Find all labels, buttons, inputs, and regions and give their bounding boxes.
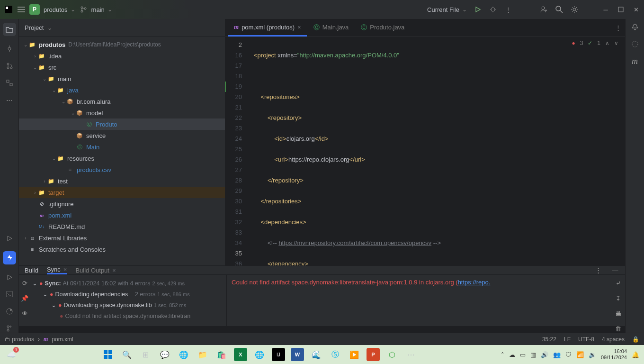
battery-icon[interactable]: ▭: [520, 351, 526, 358]
maven-tool-icon[interactable]: m: [631, 57, 639, 65]
teams-tray-icon[interactable]: 👥: [553, 351, 561, 358]
run-config-dropdown[interactable]: Current File: [427, 6, 467, 13]
branch-dropdown[interactable]: main: [91, 6, 112, 13]
search-taskbar-icon[interactable]: 🔍: [120, 348, 134, 361]
rerun-icon[interactable]: ⟳: [20, 279, 29, 287]
close-icon[interactable]: ×: [112, 267, 116, 274]
filter-icon[interactable]: 👁: [20, 309, 29, 318]
pull-requests-icon[interactable]: [5, 62, 14, 70]
tree-root[interactable]: produtos: [39, 41, 65, 48]
tree-scratches[interactable]: Scratches and Consoles: [39, 246, 106, 253]
notifications-icon[interactable]: [631, 23, 639, 31]
sync-tab[interactable]: Sync×: [47, 266, 67, 274]
onedrive-icon[interactable]: ☁: [509, 351, 515, 358]
tree-resources[interactable]: resources: [67, 155, 94, 162]
weather-widget[interactable]: ☁️1: [5, 348, 18, 361]
terminal-tool-icon[interactable]: [5, 290, 14, 299]
code-with-me-icon[interactable]: [540, 5, 548, 14]
minimize-button[interactable]: ─: [601, 5, 610, 14]
indent-setting[interactable]: 4 spaces: [602, 336, 625, 343]
chrome-icon[interactable]: 🌐: [253, 348, 266, 361]
project-dropdown[interactable]: produtos: [44, 6, 75, 13]
wifi-icon[interactable]: 📶: [576, 351, 584, 358]
line-separator[interactable]: LF: [564, 336, 571, 343]
build-output-tab[interactable]: Build Output×: [75, 266, 116, 274]
search-icon[interactable]: [555, 5, 564, 14]
tree-main[interactable]: main: [58, 75, 71, 82]
commit-tool-icon[interactable]: [5, 45, 14, 53]
more-tools-icon[interactable]: ⋯: [5, 96, 14, 104]
panel-options-icon[interactable]: ⋮: [594, 266, 602, 274]
powerpoint-icon[interactable]: P: [367, 348, 380, 361]
debug-icon[interactable]: [489, 5, 497, 14]
tree-pom[interactable]: pom.xml: [48, 212, 72, 219]
word-icon[interactable]: W: [291, 348, 304, 361]
task-view-icon[interactable]: ⊞: [139, 348, 152, 361]
ai-assistant-icon[interactable]: [631, 40, 639, 48]
tab-pom[interactable]: mpom.xml (produtos)×: [228, 19, 307, 36]
run-tool-icon[interactable]: [5, 273, 14, 282]
pin-icon[interactable]: 📌: [20, 294, 29, 302]
print-icon[interactable]: 🖶: [614, 309, 622, 318]
next-highlight-icon[interactable]: ∨: [614, 40, 618, 46]
error-link[interactable]: https://repo.: [458, 279, 491, 286]
volume-icon[interactable]: 🔊: [541, 351, 548, 358]
intellij-icon[interactable]: IJ: [272, 348, 285, 361]
maximize-button[interactable]: [617, 5, 625, 14]
close-button[interactable]: ✕: [632, 5, 640, 14]
run-icon[interactable]: [474, 5, 482, 14]
tree-model[interactable]: model: [86, 109, 103, 117]
code-content[interactable]: <project xmlns="http://maven.apache.org/…: [246, 37, 625, 265]
media-player-icon[interactable]: ▶️: [348, 348, 361, 361]
tree-test[interactable]: test: [58, 178, 68, 185]
tab-options-icon[interactable]: ⋮: [614, 24, 622, 32]
app-icon[interactable]: ⬡: [385, 348, 399, 361]
tree-service[interactable]: service: [86, 132, 106, 139]
more-icon[interactable]: ⋮: [504, 5, 512, 14]
tree-src[interactable]: src: [48, 64, 56, 71]
project-tree[interactable]: ⌄📁produtosD:\Users\famil\IdeaProjects\pr…: [19, 37, 225, 265]
chat-icon[interactable]: 💬: [158, 348, 171, 361]
project-tool-icon[interactable]: [3, 23, 16, 36]
git-tool-icon[interactable]: [5, 324, 14, 333]
explorer-icon[interactable]: 📁: [196, 348, 209, 361]
scroll-to-end-icon[interactable]: ↧: [614, 294, 622, 302]
tree-main-cls[interactable]: Main: [86, 144, 99, 151]
excel-icon[interactable]: X: [234, 348, 247, 361]
security-icon[interactable]: 🛡: [565, 351, 572, 358]
readonly-icon[interactable]: 🔒: [632, 336, 639, 343]
caret-position[interactable]: 35:22: [542, 336, 556, 343]
hide-panel-icon[interactable]: —: [611, 266, 619, 274]
close-icon[interactable]: ×: [297, 24, 301, 31]
start-button[interactable]: [101, 348, 115, 361]
build-output[interactable]: Could not find artifact space.dynomake:l…: [226, 275, 611, 333]
clock[interactable]: 16:0409/11/2024: [601, 348, 627, 361]
tree-java[interactable]: java: [67, 87, 79, 94]
tree-readme[interactable]: README.md: [48, 223, 85, 230]
hamburger-icon[interactable]: [17, 5, 26, 14]
structure-tool-icon[interactable]: [5, 79, 14, 87]
notification-center-icon[interactable]: 🔔: [632, 351, 639, 358]
copilot-icon[interactable]: 🌐: [177, 348, 190, 361]
gutter[interactable]: 2 16 17 18 19 20 21 22 23 24 25 26 27 28…: [225, 37, 246, 265]
tab-main-java[interactable]: ⒸMain.java: [308, 19, 355, 36]
build-tool-icon[interactable]: [3, 251, 16, 264]
project-view-dropdown[interactable]: [46, 24, 52, 31]
overflow-icon[interactable]: ⋯: [404, 348, 418, 361]
skype-icon[interactable]: Ⓢ: [329, 348, 342, 361]
breadcrumb-project[interactable]: 🗀 produtos: [5, 336, 34, 343]
problems-tool-icon[interactable]: [5, 307, 14, 316]
soft-wrap-icon[interactable]: ⤶: [614, 279, 622, 287]
tree-ext-lib[interactable]: External Libraries: [39, 235, 87, 242]
store-icon[interactable]: 🛍️: [215, 348, 228, 361]
tree-gitignore[interactable]: .gitignore: [48, 200, 73, 208]
settings-icon[interactable]: [570, 5, 579, 14]
clear-icon[interactable]: 🗑: [614, 324, 622, 333]
tree-target[interactable]: target: [48, 189, 64, 196]
inspections-widget[interactable]: ●3 ✓1 ∧ ∨: [572, 40, 618, 46]
breadcrumb-file[interactable]: pom.xml: [52, 336, 73, 343]
tab-produto-java[interactable]: ⒸProduto.java: [355, 19, 410, 36]
build-tree[interactable]: ⌄●Sync: At 09/11/2024 16:02 with 4 error…: [30, 275, 226, 333]
tray-icon[interactable]: ▥: [530, 351, 536, 358]
edge-icon[interactable]: 🌊: [310, 348, 323, 361]
